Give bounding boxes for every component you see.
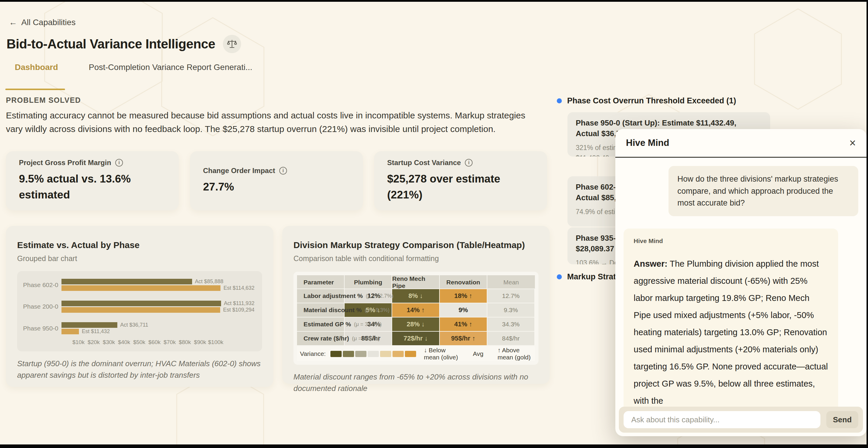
bar-group: Phase 200-0Act $111,932Est $109,294 (23, 301, 254, 313)
heatmap-row: Estimated GP %(μ = 34.3%)34%28% ↓41% ↑34… (297, 317, 535, 331)
hive-mind-header: Hive Mind × (615, 129, 867, 157)
tab-post-completion-variance[interactable]: Post-Completion Variance Report Generati… (89, 63, 252, 72)
mu-value: (μ = 84$/hr) (352, 336, 380, 342)
hive-mind-panel: Hive Mind × How do the three divisions' … (615, 129, 867, 436)
info-icon[interactable]: i (115, 159, 123, 167)
chart-card-estimate-vs-actual: Estimate vs. Actual by Phase Grouped bar… (6, 226, 273, 387)
heatmap-header-row: ParameterPlumbingReno Mech PipeRenovatio… (297, 275, 535, 288)
bar-row: Est $114,632 (61, 285, 254, 291)
heatmap-column-header: Plumbing (345, 275, 392, 289)
bar-value-label: Act $85,888 (195, 278, 223, 285)
x-tick-label: $40k (118, 339, 130, 346)
back-link-all-capabilities[interactable]: ← All Capabilities (9, 18, 76, 27)
title-row: Bid-to-Actual Variance Intelligence (6, 35, 241, 53)
heatmap-mean-cell: 34.3% (487, 317, 535, 331)
heatmap-row: Crew rate ($/hr)(μ = 84$/hr)85$/hr72$/hr… (297, 331, 535, 345)
bar-value-label: Est $109,294 (223, 307, 254, 313)
bar-value-label: Est $11,432 (82, 329, 110, 335)
send-button[interactable]: Send (826, 411, 858, 428)
bar-stack: Act $111,932Est $109,294 (61, 301, 254, 313)
user-question-bubble: How do the three divisions' markup strat… (669, 166, 858, 216)
back-link-label: All Capabilities (21, 18, 76, 27)
x-tick-label: $70k (163, 339, 176, 346)
chart-footnote: Material discount ranges from -65% to +2… (293, 371, 538, 394)
metric-value: 9.5% actual vs. 13.6% estimated (19, 171, 166, 203)
bar-group: Phase 950-0Act $36,711Est $11,432 (23, 322, 254, 334)
problem-solved-label: PROBLEM SOLVED (6, 96, 81, 105)
x-tick-label: $90k (194, 339, 206, 346)
grouped-bar-chart: Phase 602-0Act $85,888Est $114,632Phase … (17, 271, 262, 351)
screen-frame-top (0, 0, 868, 2)
mu-value: (μ = 34.3%) (354, 321, 382, 328)
back-arrow-icon: ← (9, 18, 17, 27)
assistant-answer-text: Answer: The Plumbing division applied th… (633, 255, 828, 409)
heatmap-mean-cell: 9.3% (487, 303, 535, 317)
x-tick-label: $50k (133, 339, 146, 346)
bar-value-label: Act $111,932 (224, 300, 254, 307)
metric-label-row: Project Gross Profit Margini (19, 159, 166, 167)
bar-act (61, 322, 117, 328)
bar-category-label: Phase 200-0 (23, 303, 61, 310)
variance-swatch (393, 351, 404, 357)
heatmap-mean-cell: 84$/hr (487, 331, 535, 345)
heatmap-value-cell: 18% ↑ (440, 288, 487, 303)
active-tab-underline (5, 89, 65, 90)
info-icon[interactable]: i (465, 159, 472, 167)
legend-below-mean: ↓ Below mean (olive) (424, 347, 459, 361)
heatmap-value-cell: 28% ↓ (392, 317, 440, 331)
bar-est (61, 329, 79, 334)
bar-value-label: Act $36,711 (120, 322, 148, 328)
bar-row: Act $36,711 (61, 322, 254, 328)
metric-value: $25,278 over estimate (221%) (387, 171, 534, 203)
heatmap-parameter-cell: Estimated GP %(μ = 34.3%) (297, 317, 345, 331)
mu-value: (μ = 12.7%) (366, 293, 394, 299)
heatmap-table: ParameterPlumbingReno Mech PipeRenovatio… (297, 275, 535, 345)
variance-swatch (331, 351, 342, 357)
chart-subtitle: Comparison table with conditional format… (293, 254, 538, 263)
chart-card-markup-comparison: Division Markup Strategy Comparison (Tab… (282, 226, 550, 384)
blue-dot-icon (557, 98, 562, 103)
assistant-name-label: Hive Mind (633, 237, 828, 244)
metric-card: Startup Cost Variancei$25,278 over estim… (374, 151, 547, 210)
problem-solved-text: Estimating accuracy cannot be measured b… (6, 109, 538, 136)
chart-title: Estimate vs. Actual by Phase (17, 240, 262, 250)
heatmap-column-header: Renovation (440, 275, 487, 289)
variance-color-scale (331, 351, 416, 357)
scales-icon (223, 35, 241, 53)
metric-label: Startup Cost Variance (387, 159, 461, 167)
heatmap-value-cell: 14% ↑ (392, 303, 440, 317)
bar-category-label: Phase 950-0 (23, 325, 61, 332)
hive-mind-title: Hive Mind (626, 138, 669, 148)
bar-group: Phase 602-0Act $85,888Est $114,632 (23, 279, 254, 291)
chart-footnote: Startup (950-0) is the dominant overrun;… (17, 358, 262, 381)
heatmap-mean-cell: 12.7% (487, 288, 535, 303)
page-title: Bid-to-Actual Variance Intelligence (6, 37, 215, 51)
alert-heading-label: Markup Strat (567, 272, 616, 281)
x-tick-label: $60k (148, 339, 160, 346)
variance-swatch (405, 351, 416, 357)
bar-value-label: Est $114,632 (223, 285, 254, 291)
variance-legend-label: Variance: (300, 350, 326, 357)
info-icon[interactable]: i (279, 167, 287, 175)
bar-row: Est $109,294 (61, 307, 254, 313)
assistant-answer-card: Hive Mind Answer: The Plumbing division … (624, 229, 838, 427)
heatmap-column-header: Reno Mech Pipe (392, 275, 440, 289)
bar-groups: Phase 602-0Act $85,888Est $114,632Phase … (23, 279, 254, 334)
heatmap-value-cell: 72$/hr ↓ (392, 331, 440, 345)
chat-input[interactable] (624, 411, 820, 428)
variance-legend: Variance: ↓ Below mean (olive) Avg ↑ Abo… (297, 346, 535, 361)
alert-heading-phase-cost-overrun: Phase Cost Overrun Threshold Exceeded (1… (557, 96, 736, 105)
chat-messages[interactable]: How do the three divisions' markup strat… (615, 158, 867, 436)
bar-act (61, 301, 221, 306)
metric-value: 27.7% (203, 179, 350, 195)
tab-dashboard[interactable]: Dashboard (15, 63, 58, 72)
heatmap-value-cell: 8% ↓ (392, 288, 440, 303)
metric-cards-row: Project Gross Profit Margini9.5% actual … (6, 151, 547, 210)
legend-avg: Avg (473, 350, 484, 357)
heatmap-table-panel: ParameterPlumbingReno Mech PipeRenovatio… (293, 272, 538, 365)
metric-label-row: Change Order Impacti (203, 167, 350, 175)
metric-card: Project Gross Profit Margini9.5% actual … (6, 151, 179, 210)
screen-frame-right (867, 0, 868, 448)
close-icon[interactable]: × (849, 137, 856, 148)
mu-value: (μ = 9.3%) (365, 307, 390, 313)
